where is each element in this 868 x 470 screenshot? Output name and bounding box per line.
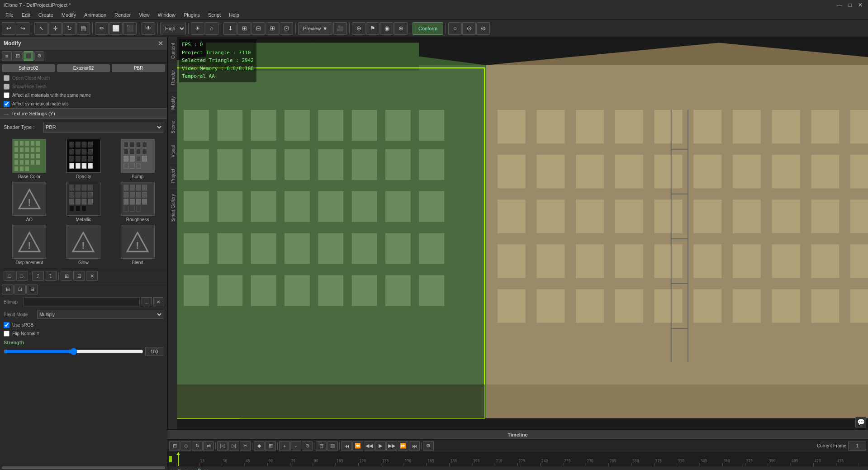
texture-item-glow[interactable]: ! Glow — [58, 225, 109, 265]
redo-button[interactable]: ↪ — [16, 22, 29, 35]
texture-thumb-base-color[interactable] — [12, 139, 46, 173]
project-lock-icon[interactable]: 🔒 — [196, 468, 203, 470]
bitmap-clear-button[interactable]: ✕ — [153, 297, 163, 306]
layout3-button[interactable]: ⊟ — [251, 22, 265, 35]
selector-pbr[interactable]: PBR — [112, 64, 165, 72]
project-expand-icon[interactable]: ▶ — [171, 468, 175, 470]
grid-button[interactable]: ⊞ — [2, 285, 14, 294]
side-tab-project[interactable]: Project — [168, 163, 177, 188]
chat-icon[interactable]: 💬 — [855, 417, 866, 427]
selector-sphere[interactable]: Sphere02 — [2, 64, 55, 72]
texture-thumb-metallic[interactable] — [66, 182, 100, 216]
tl-key-button[interactable]: ◇ — [180, 441, 191, 451]
quality-select[interactable]: High — [160, 23, 186, 34]
home-button[interactable]: ⌂ — [205, 22, 218, 35]
bitmap-browse-button[interactable]: … — [142, 297, 152, 306]
checkbox-affect-all-input[interactable] — [4, 92, 9, 98]
texture-thumb-bump[interactable] — [121, 139, 155, 173]
texture-item-ao[interactable]: ! AO — [4, 182, 55, 222]
pen-button[interactable]: ✏ — [95, 22, 109, 35]
checkbox-show-hide-input[interactable] — [4, 84, 9, 90]
tool4-button[interactable]: ⊗ — [394, 22, 408, 35]
texture-thumb-opacity[interactable] — [66, 139, 100, 173]
tl-add-button[interactable]: + — [279, 441, 290, 451]
minimize-button[interactable]: — — [835, 2, 844, 8]
menu-help[interactable]: Help — [225, 10, 243, 20]
shader-type-select[interactable]: PBR — [43, 122, 163, 133]
menu-edit[interactable]: Edit — [18, 10, 34, 20]
tex-share-button[interactable]: ⤴ — [32, 271, 44, 281]
side-tab-modify[interactable]: Modify — [168, 90, 177, 115]
menu-window[interactable]: Window — [154, 10, 179, 20]
project-close-icon[interactable]: ✕ — [204, 468, 209, 470]
side-tab-scene[interactable]: Scene — [168, 115, 177, 139]
eye-button[interactable]: 👁 — [142, 22, 155, 35]
menu-view[interactable]: View — [135, 10, 153, 20]
panel-close-button[interactable]: ✕ — [158, 40, 163, 47]
camera-button[interactable]: 🎥 — [333, 22, 347, 35]
timeline-track[interactable]: 15 30 45 60 75 90 105 — [167, 452, 868, 466]
texture-item-opacity[interactable]: Opacity — [58, 139, 109, 179]
tl-zoom-button[interactable]: ⊞ — [265, 441, 276, 451]
grid2-button[interactable]: ⊡ — [14, 285, 26, 294]
tl-settings-button[interactable]: ⚙ — [423, 441, 434, 451]
current-frame-input[interactable] — [848, 442, 866, 451]
tex-copy-button[interactable]: ⊞ — [61, 271, 72, 281]
conform-button[interactable]: Conform — [413, 22, 443, 35]
tl-prev-button[interactable]: ⏪ — [352, 441, 363, 451]
tool3-button[interactable]: ◉ — [380, 22, 394, 35]
tl-first-button[interactable]: ⏮ — [341, 441, 352, 451]
menu-render[interactable]: Render — [111, 10, 134, 20]
texture-settings-header[interactable]: — Texture Settings (Y) — [0, 108, 167, 119]
texture-thumb-displacement[interactable]: ! — [12, 225, 46, 259]
menu-script[interactable]: Script — [204, 10, 224, 20]
side-tab-smart-gallery[interactable]: Smart Gallery — [168, 188, 177, 227]
menu-file[interactable]: File — [2, 10, 17, 20]
side-tab-render[interactable]: Render — [168, 64, 177, 90]
maximize-button[interactable]: □ — [847, 2, 854, 8]
srgb-checkbox[interactable] — [4, 322, 9, 328]
texture-thumb-glow[interactable]: ! — [66, 225, 100, 259]
titlebar-controls[interactable]: — □ ✕ — [835, 2, 864, 8]
strength-slider[interactable] — [4, 348, 143, 355]
tl-remove-button[interactable]: - — [290, 441, 301, 451]
tl-expand-button[interactable]: ⊟ — [316, 441, 327, 451]
tl-play-button[interactable]: ▶ — [375, 441, 386, 451]
texture-item-blend[interactable]: ! Blend — [112, 225, 163, 265]
tl-forward-button[interactable]: ▶▶ — [386, 441, 397, 451]
menu-modify[interactable]: Modify — [58, 10, 80, 20]
tl-next-button[interactable]: ⏩ — [398, 441, 408, 451]
panel-tab-pbr[interactable]: ⬛ — [24, 51, 33, 61]
panel-tab-settings[interactable]: ⚙ — [34, 51, 44, 61]
tl-rewind-button[interactable]: ◀◀ — [364, 441, 375, 451]
tl-loop-button[interactable]: ↻ — [192, 441, 203, 451]
tl-link-button[interactable]: ⊙ — [302, 441, 313, 451]
panel-tab-grid[interactable]: ⊞ — [13, 51, 23, 61]
left-panel-scrollbar[interactable] — [2, 466, 165, 469]
circle3-button[interactable]: ⊚ — [476, 22, 490, 35]
screen-button[interactable]: ▤ — [76, 22, 90, 35]
tl-record-button[interactable]: ⊟ — [169, 441, 180, 451]
tool1-button[interactable]: ⊕ — [352, 22, 365, 35]
menu-animation[interactable]: Animation — [81, 10, 110, 20]
tex-add-button[interactable]: □ — [4, 271, 15, 281]
side-tab-content[interactable]: Content — [168, 37, 177, 64]
grid3-button[interactable]: ⊟ — [26, 285, 38, 294]
tl-trim-button[interactable]: ✂ — [240, 441, 251, 451]
tl-pingpong-button[interactable]: ⇌ — [203, 441, 214, 451]
circle1-button[interactable]: ○ — [448, 22, 462, 35]
checkbox-symmetrical-input[interactable] — [4, 101, 9, 107]
texture-thumb-roughness[interactable] — [121, 182, 155, 216]
tex-add2-button[interactable]: □· — [16, 271, 28, 281]
layout5-button[interactable]: ⊡ — [280, 22, 293, 35]
selector-exterior[interactable]: Exterior02 — [57, 64, 110, 72]
texture-item-bump[interactable]: Bump — [112, 139, 163, 179]
tl-last-button[interactable]: ⏭ — [409, 441, 420, 451]
tl-key2-button[interactable]: ◆ — [254, 441, 265, 451]
tool2-button[interactable]: ⚑ — [366, 22, 379, 35]
texture-item-displacement[interactable]: ! Displacement — [4, 225, 55, 265]
texture-item-roughness[interactable]: Roughness — [112, 182, 163, 222]
menu-create[interactable]: Create — [35, 10, 57, 20]
texture-thumb-blend[interactable]: ! — [121, 225, 155, 259]
circle2-button[interactable]: ⊙ — [462, 22, 476, 35]
